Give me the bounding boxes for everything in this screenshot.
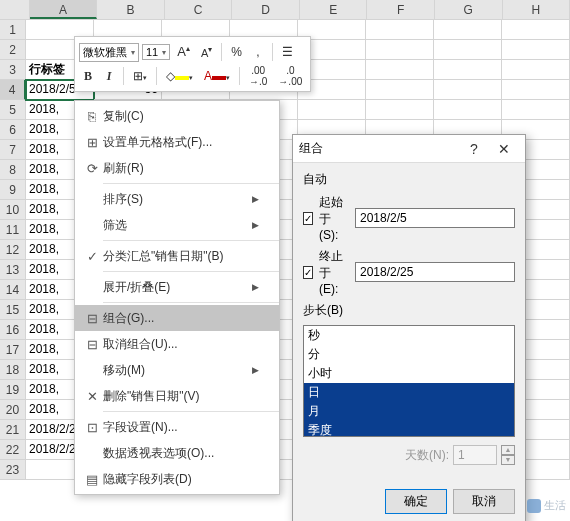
- row-header[interactable]: 14: [0, 280, 26, 300]
- submenu-arrow-icon: ▶: [252, 220, 259, 230]
- row-header[interactable]: 4: [0, 80, 26, 100]
- border-button[interactable]: ⊞▾: [129, 67, 151, 85]
- menu-hide-field-list[interactable]: ▤隐藏字段列表(D): [75, 466, 279, 492]
- bold-button[interactable]: B: [79, 67, 97, 86]
- italic-button[interactable]: I: [100, 67, 118, 86]
- list-item[interactable]: 月: [304, 402, 514, 421]
- menu-move[interactable]: 移动(M)▶: [75, 357, 279, 383]
- col-header-c[interactable]: C: [165, 0, 233, 19]
- col-header-d[interactable]: D: [232, 0, 300, 19]
- end-input[interactable]: [355, 262, 515, 282]
- row-header[interactable]: 7: [0, 140, 26, 160]
- font-name-select[interactable]: 微软雅黑▾: [79, 43, 139, 62]
- end-label: 终止于(E):: [319, 248, 349, 296]
- menu-copy[interactable]: ⎘复制(C): [75, 103, 279, 129]
- list-item[interactable]: 日: [304, 383, 514, 402]
- watermark-icon: [527, 499, 541, 513]
- submenu-arrow-icon: ▶: [252, 194, 259, 204]
- list-item[interactable]: 秒: [304, 326, 514, 345]
- row-header[interactable]: 6: [0, 120, 26, 140]
- ungroup-icon: ⊟: [81, 337, 103, 352]
- menu-format-cells[interactable]: ⊞设置单元格格式(F)...: [75, 129, 279, 155]
- decrease-font-button[interactable]: A▾: [197, 43, 216, 61]
- start-checkbox[interactable]: ✓: [303, 212, 313, 225]
- auto-group-label: 自动: [303, 171, 515, 188]
- check-icon: ✓: [81, 249, 103, 264]
- row-header[interactable]: 1: [0, 20, 26, 40]
- row-header[interactable]: 18: [0, 360, 26, 380]
- row-header[interactable]: 23: [0, 460, 26, 480]
- row-header[interactable]: 20: [0, 400, 26, 420]
- row-header[interactable]: 19: [0, 380, 26, 400]
- row-header[interactable]: 8: [0, 160, 26, 180]
- group-icon: ⊟: [81, 311, 103, 326]
- settings-icon: ⊡: [81, 420, 103, 435]
- fill-color-button[interactable]: ◇▾: [162, 67, 197, 85]
- mini-toolbar: 微软雅黑▾ 11▾ A▴ A▾ % , ☰ B I ⊞▾ ◇▾ A▾ .00→.…: [74, 36, 311, 92]
- days-input: [453, 445, 497, 465]
- row-header[interactable]: 21: [0, 420, 26, 440]
- watermark: 生活: [527, 498, 566, 513]
- menu-expand-collapse[interactable]: 展开/折叠(E)▶: [75, 274, 279, 300]
- col-header-b[interactable]: B: [97, 0, 165, 19]
- ok-button[interactable]: 确定: [385, 489, 447, 514]
- menu-pivot-options[interactable]: 数据透视表选项(O)...: [75, 440, 279, 466]
- refresh-icon: ⟳: [81, 161, 103, 176]
- percent-button[interactable]: %: [227, 43, 246, 61]
- column-headers: A B C D E F G H: [0, 0, 570, 20]
- menu-group[interactable]: ⊟组合(G)...: [75, 305, 279, 331]
- submenu-arrow-icon: ▶: [252, 282, 259, 292]
- step-label: 步长(B): [303, 302, 515, 319]
- list-item[interactable]: 分: [304, 345, 514, 364]
- menu-refresh[interactable]: ⟳刷新(R): [75, 155, 279, 181]
- end-checkbox[interactable]: ✓: [303, 266, 313, 279]
- row-header[interactable]: 10: [0, 200, 26, 220]
- context-menu: ⎘复制(C) ⊞设置单元格格式(F)... ⟳刷新(R) 排序(S)▶ 筛选▶ …: [74, 100, 280, 495]
- col-header-h[interactable]: H: [503, 0, 570, 19]
- increase-decimal-button[interactable]: .0→.00: [274, 63, 306, 89]
- col-header-e[interactable]: E: [300, 0, 368, 19]
- submenu-arrow-icon: ▶: [252, 365, 259, 375]
- list-item[interactable]: 季度: [304, 421, 514, 437]
- format-painter-icon[interactable]: ☰: [278, 43, 297, 61]
- step-listbox[interactable]: 秒 分 小时 日 月 季度 年: [303, 325, 515, 437]
- decrease-decimal-button[interactable]: .00→.0: [245, 63, 271, 89]
- row-header[interactable]: 13: [0, 260, 26, 280]
- select-all-corner[interactable]: [0, 0, 30, 19]
- col-header-a[interactable]: A: [30, 0, 98, 19]
- cancel-button[interactable]: 取消: [453, 489, 515, 514]
- font-color-button[interactable]: A▾: [200, 67, 234, 85]
- start-input[interactable]: [355, 208, 515, 228]
- dialog-titlebar[interactable]: 组合 ? ✕: [293, 135, 525, 163]
- dialog-title-text: 组合: [299, 140, 459, 157]
- group-dialog: 组合 ? ✕ 自动 ✓ 起始于(S): ✓ 终止于(E): 步长(B) 秒 分 …: [292, 134, 526, 521]
- menu-field-settings[interactable]: ⊡字段设置(N)...: [75, 414, 279, 440]
- days-spinner: ▲▼: [501, 445, 515, 465]
- delete-icon: ✕: [81, 389, 103, 404]
- font-size-select[interactable]: 11▾: [142, 44, 170, 60]
- increase-font-button[interactable]: A▴: [173, 42, 194, 61]
- row-headers: 1 2 3 4 5 6 7 8 9 10 11 12 13 14 15 16 1…: [0, 20, 26, 480]
- row-header[interactable]: 9: [0, 180, 26, 200]
- row-header[interactable]: 12: [0, 240, 26, 260]
- row-header[interactable]: 15: [0, 300, 26, 320]
- copy-icon: ⎘: [81, 109, 103, 124]
- row-header[interactable]: 16: [0, 320, 26, 340]
- close-button[interactable]: ✕: [489, 141, 519, 157]
- menu-subtotal[interactable]: ✓分类汇总"销售日期"(B): [75, 243, 279, 269]
- row-header[interactable]: 2: [0, 40, 26, 60]
- row-header[interactable]: 17: [0, 340, 26, 360]
- row-header[interactable]: 22: [0, 440, 26, 460]
- list-item[interactable]: 小时: [304, 364, 514, 383]
- menu-filter[interactable]: 筛选▶: [75, 212, 279, 238]
- row-header[interactable]: 3: [0, 60, 26, 80]
- help-button[interactable]: ?: [459, 141, 489, 157]
- menu-sort[interactable]: 排序(S)▶: [75, 186, 279, 212]
- menu-ungroup[interactable]: ⊟取消组合(U)...: [75, 331, 279, 357]
- col-header-f[interactable]: F: [367, 0, 435, 19]
- comma-button[interactable]: ,: [249, 43, 267, 61]
- col-header-g[interactable]: G: [435, 0, 503, 19]
- row-header[interactable]: 11: [0, 220, 26, 240]
- row-header[interactable]: 5: [0, 100, 26, 120]
- menu-delete[interactable]: ✕删除"销售日期"(V): [75, 383, 279, 409]
